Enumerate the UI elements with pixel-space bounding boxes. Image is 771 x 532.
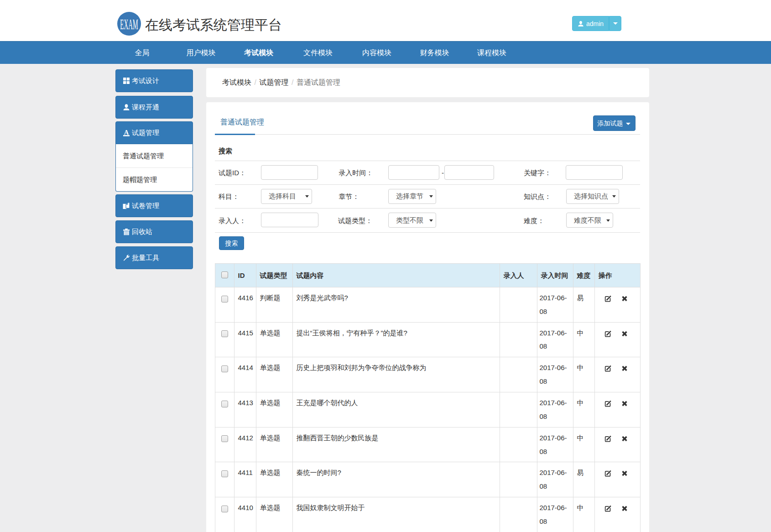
svg-text:A: A <box>124 129 129 136</box>
